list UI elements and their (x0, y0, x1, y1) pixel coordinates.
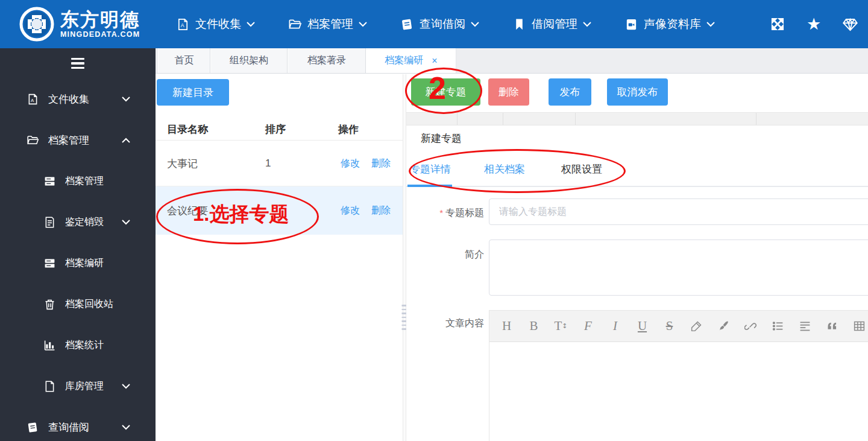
italic-icon[interactable]: I (602, 314, 629, 338)
brand-subtitle: MINGDEDATA.COM (60, 30, 140, 39)
table-row-selected[interactable]: 会议纪要 修改 删除 (156, 186, 403, 235)
nav-item-borrow-management[interactable]: 借阅管理 (512, 16, 591, 32)
table-row[interactable]: 大事记 1 修改 删除 (156, 141, 403, 186)
publish-button[interactable]: 发布 (549, 78, 591, 106)
strikethrough-icon[interactable]: S (656, 314, 683, 338)
topic-title-input[interactable] (489, 198, 868, 225)
link-icon[interactable] (737, 314, 764, 338)
folder-icon (27, 134, 39, 147)
chevron-down-icon (122, 220, 130, 225)
delete-topic-button[interactable]: 删除 (488, 78, 529, 106)
book-icon (27, 421, 39, 434)
nav-item-file-collection[interactable]: A 文件收集 (176, 16, 255, 32)
folder-icon (288, 17, 302, 31)
brand-logo: 东方明德 MINGDEDATA.COM (0, 7, 156, 42)
empty-grid-header (406, 112, 868, 125)
nav-item-label: 档案管理 (307, 16, 353, 32)
tab-org-structure[interactable]: 组织架构 (210, 48, 288, 73)
page-tab-bar: 首页 组织架构 档案著录 档案编研 × (156, 48, 868, 74)
nav-item-archive-management[interactable]: 档案管理 (288, 16, 367, 32)
new-directory-button[interactable]: 新建目录 (157, 79, 229, 106)
sidebar-item-label: 档案编研 (65, 257, 104, 270)
delete-link[interactable]: 删除 (371, 157, 391, 170)
sidebar-item-label: 档案管理 (48, 133, 89, 147)
chevron-down-icon (122, 97, 130, 102)
nav-item-query-borrow[interactable]: 查询借阅 (400, 16, 479, 32)
section-title: 新建专题 (421, 132, 462, 145)
sidebar-item-query-borrow[interactable]: 查询借阅 (0, 407, 156, 441)
column-sort: 排序 (265, 122, 286, 136)
brand-title: 东方明德 (60, 10, 140, 30)
editor-content[interactable] (489, 342, 868, 441)
sidebar-item-archive-management[interactable]: 档案管理 (0, 119, 156, 160)
sidebar-item-file-collection[interactable]: A 文件收集 (0, 78, 156, 119)
sidebar-collapse-toggle[interactable] (0, 48, 156, 78)
chevron-down-icon (122, 425, 130, 430)
chevron-down-icon (359, 22, 367, 27)
unpublish-button[interactable]: 取消发布 (607, 78, 668, 106)
editor-toolbar: H B T↕ F I U S (489, 311, 868, 342)
content-label: 文章内容 (406, 317, 484, 330)
sidebar-subitem-archive-statistics[interactable]: 档案统计 (0, 325, 156, 366)
sidebar-subitem-archive-compilation[interactable]: 档案编研 (0, 243, 156, 284)
color-brush-icon[interactable] (710, 314, 737, 338)
edit-link[interactable]: 修改 (341, 157, 360, 170)
delete-link[interactable]: 删除 (371, 205, 391, 217)
bar-chart-icon (43, 339, 56, 352)
intro-textarea[interactable] (489, 240, 868, 296)
blockquote-icon[interactable] (819, 314, 846, 338)
bold-icon[interactable]: B (520, 314, 547, 338)
bookmark-icon (512, 17, 526, 31)
intro-label: 简介 (406, 249, 484, 261)
sidebar-subitem-appraisal-destroy[interactable]: 鉴定销毁 (0, 201, 156, 243)
rich-text-editor: H B T↕ F I U S (489, 310, 868, 441)
chevron-down-icon (122, 384, 130, 389)
svg-text:A: A (31, 97, 34, 103)
highlight-pen-icon[interactable] (683, 314, 710, 338)
chevron-down-icon (583, 22, 591, 27)
detail-tabs: 专题详情 相关档案 权限设置 (406, 151, 868, 187)
tab-topic-details[interactable]: 专题详情 (410, 162, 451, 176)
sidebar-item-label: 文件收集 (48, 92, 89, 106)
table-icon[interactable] (846, 314, 868, 338)
align-icon[interactable] (791, 314, 819, 338)
fullscreen-icon[interactable] (769, 16, 786, 33)
gem-icon[interactable] (841, 16, 858, 33)
document-icon: A (27, 93, 39, 106)
svg-text:A: A (181, 22, 184, 28)
font-family-icon[interactable]: F (574, 314, 602, 338)
sidebar-subitem-archive-management[interactable]: 档案管理 (0, 160, 156, 201)
archive-stack-icon (43, 175, 56, 188)
bullet-list-icon[interactable] (764, 314, 791, 338)
sidebar-item-label: 档案回收站 (65, 298, 113, 311)
close-tab-icon[interactable]: × (432, 56, 437, 66)
file-icon (43, 380, 56, 393)
create-topic-button[interactable]: 新建专题 (411, 78, 480, 106)
trash-icon (43, 298, 56, 311)
column-directory-name: 目录名称 (167, 122, 208, 136)
underline-icon[interactable]: U (629, 314, 656, 338)
column-operations: 操作 (338, 122, 359, 136)
top-navbar: 东方明德 MINGDEDATA.COM A 文件收集 档案管理 (0, 0, 868, 48)
heading-icon[interactable]: H (493, 314, 520, 338)
tab-related-archives[interactable]: 相关档案 (484, 162, 525, 176)
star-icon[interactable]: ★ (805, 16, 822, 33)
tab-archive-compilation[interactable]: 档案编研 × (366, 48, 456, 73)
catalog-table-header: 目录名称 排序 操作 (156, 118, 403, 141)
edit-link[interactable]: 修改 (341, 205, 360, 217)
tab-permission-settings[interactable]: 权限设置 (561, 162, 602, 176)
tab-archive-description[interactable]: 档案著录 (288, 48, 366, 73)
tab-home[interactable]: 首页 (158, 48, 210, 73)
chevron-down-icon (247, 22, 255, 27)
row-name: 会议纪要 (167, 204, 208, 218)
sidebar-item-label: 鉴定销毁 (65, 216, 104, 229)
sidebar-subitem-warehouse-management[interactable]: 库房管理 (0, 366, 156, 407)
chevron-down-icon (471, 22, 479, 27)
nav-item-av-library[interactable]: 声像资料库 (624, 16, 715, 32)
sidebar-item-label: 查询借阅 (48, 420, 89, 434)
font-size-icon[interactable]: T↕ (547, 314, 574, 338)
chevron-down-icon (706, 22, 715, 27)
sidebar-subitem-recycle-bin[interactable]: 档案回收站 (0, 284, 156, 325)
chevron-up-icon (122, 138, 130, 143)
row-sort: 1 (265, 157, 271, 170)
